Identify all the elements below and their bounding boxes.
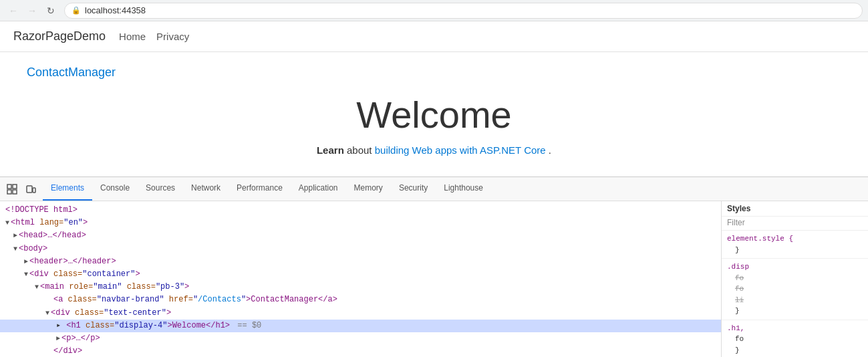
triangle-main[interactable]: ▼ [35, 283, 39, 291]
svg-rect-4 [27, 186, 32, 193]
nav-home-link[interactable]: Home [119, 31, 146, 42]
style-brace: } [727, 245, 863, 256]
url-text: localhost:44358 [85, 5, 146, 15]
elements-panel: <!DOCTYPE html> ▼<html lang="en"> ►<head… [0, 201, 721, 357]
device-toggle-button[interactable] [21, 180, 40, 199]
code-line-div-text-center[interactable]: ▼<div class="text-center"> [0, 307, 721, 320]
contact-manager-link[interactable]: ContactManager [27, 66, 841, 80]
style-block-h1-1: .h1, fo } [722, 320, 868, 358]
code-line-p[interactable]: ►<p>…</p> [0, 332, 721, 345]
tab-elements[interactable]: Elements [43, 176, 92, 201]
triangle-p[interactable]: ► [56, 335, 60, 342]
inspect-element-button[interactable] [3, 180, 21, 199]
refresh-button[interactable]: ↻ [43, 3, 59, 19]
tab-network[interactable]: Network [183, 176, 229, 201]
learn-paragraph: Learn about building Web apps with ASP.N… [27, 144, 841, 156]
svg-rect-2 [7, 190, 11, 194]
devtools-body: <!DOCTYPE html> ▼<html lang="en"> ►<head… [0, 201, 868, 357]
code-line-header[interactable]: ►<header>…</header> [0, 255, 721, 268]
learn-period: . [549, 144, 551, 156]
svg-rect-3 [13, 190, 17, 194]
nav-buttons: ← → ↻ [5, 3, 59, 19]
tab-security[interactable]: Security [391, 176, 436, 201]
style-prop-li: li [727, 295, 863, 306]
style-selector-element: element.style { [727, 233, 863, 245]
tab-sources[interactable]: Sources [138, 176, 183, 201]
welcome-section: Welcome Learn about building Web apps wi… [27, 86, 841, 169]
triangle-container[interactable]: ▼ [24, 271, 28, 278]
nav-privacy-link[interactable]: Privacy [156, 31, 189, 42]
address-bar[interactable]: 🔒 localhost:44358 [64, 3, 863, 19]
nav-links: Home Privacy [119, 31, 189, 42]
site-brand[interactable]: RazorPageDemo [13, 29, 106, 43]
site-navbar: RazorPageDemo Home Privacy [0, 21, 868, 52]
website-content: RazorPageDemo Home Privacy ContactManage… [0, 21, 868, 176]
svg-rect-0 [7, 185, 11, 189]
style-brace-h1-1: } [727, 345, 863, 356]
styles-panel-header: Styles [722, 201, 868, 217]
style-selector-disp: .disp [727, 261, 863, 273]
devtools-toolbar: Elements Console Sources Network Perform… [0, 177, 868, 201]
devtools-panel: Elements Console Sources Network Perform… [0, 176, 868, 357]
style-block-disp: .disp fo fo li } [722, 259, 868, 320]
learn-link[interactable]: building Web apps with ASP.NET Core [375, 144, 546, 156]
browser-toolbar: ← → ↻ 🔒 localhost:44358 [0, 0, 868, 21]
tab-memory[interactable]: Memory [346, 176, 391, 201]
triangle-head[interactable]: ► [13, 232, 17, 239]
learn-about-text: about [347, 144, 375, 156]
back-button[interactable]: ← [5, 3, 21, 19]
code-line-html[interactable]: ▼<html lang="en"> [0, 217, 721, 229]
code-line-anchor[interactable]: <a class="navbar-brand" href="/Contacts"… [0, 293, 721, 306]
code-line-h1-selected[interactable]: ▸ <h1 class="display-4">Welcome</h1> == … [0, 320, 721, 332]
triangle-header[interactable]: ► [24, 258, 28, 265]
code-line-doctype: <!DOCTYPE html> [0, 204, 721, 217]
forward-button[interactable]: → [24, 3, 40, 19]
code-line-main[interactable]: ▼<main role="main" class="pb-3"> [0, 281, 721, 293]
style-brace-disp: } [727, 306, 863, 317]
triangle-html[interactable]: ▼ [5, 219, 9, 227]
tab-lighthouse[interactable]: Lighthouse [436, 176, 491, 201]
triangle-text-center[interactable]: ▼ [45, 310, 49, 317]
welcome-heading: Welcome [27, 93, 841, 136]
style-prop-h1-fo: fo [727, 334, 863, 345]
devtools-tabs: Elements Console Sources Network Perform… [40, 177, 491, 201]
svg-rect-1 [13, 185, 17, 189]
styles-panel: Styles Filter element.style { } .disp fo… [721, 201, 868, 357]
style-prop-fo1: fo [727, 273, 863, 284]
selected-mark: == $0 [237, 321, 261, 330]
svg-rect-5 [33, 188, 35, 193]
tab-console[interactable]: Console [92, 176, 138, 201]
style-prop-fo2: fo [727, 283, 863, 295]
code-line-close-div1: </div> [0, 345, 721, 357]
learn-bold-text: Learn [317, 144, 344, 156]
tab-application[interactable]: Application [291, 176, 346, 201]
lock-icon: 🔒 [71, 6, 81, 15]
style-selector-h1-1: .h1, [727, 323, 863, 334]
code-line-body[interactable]: ▼<body> [0, 243, 721, 255]
style-block-element: element.style { } [722, 231, 868, 259]
code-line-head[interactable]: ►<head>…</head> [0, 229, 721, 242]
tab-performance[interactable]: Performance [229, 176, 291, 201]
page-body: ContactManager Welcome Learn about build… [0, 52, 868, 176]
triangle-body[interactable]: ▼ [13, 245, 17, 253]
code-line-div-container[interactable]: ▼<div class="container"> [0, 268, 721, 281]
styles-filter[interactable]: Filter [722, 217, 868, 231]
